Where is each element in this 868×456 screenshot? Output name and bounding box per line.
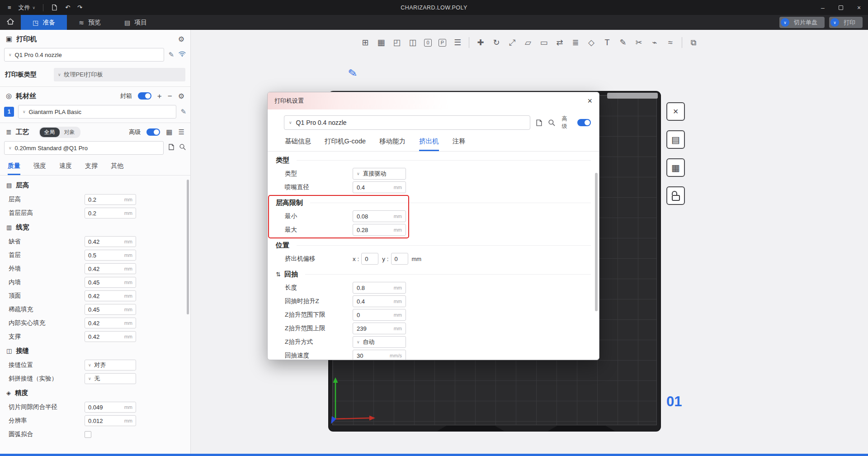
dialog-param-input[interactable]: 0.4mm xyxy=(353,181,406,193)
dialog-param-input[interactable]: 0.8mm xyxy=(353,282,406,294)
param-input[interactable]: 0.049mm xyxy=(85,402,136,413)
param-input[interactable]: 0.42mm xyxy=(85,236,136,247)
process-tab[interactable]: 其他 xyxy=(111,162,123,175)
param-input[interactable]: 0.45mm xyxy=(85,277,136,288)
scope-pill[interactable]: 全局 xyxy=(40,128,60,137)
fuzzy-skin-icon[interactable]: ≈ xyxy=(666,38,675,48)
param-input[interactable]: 0.42mm xyxy=(85,263,136,274)
scope-pill[interactable]: 对象 xyxy=(60,128,80,137)
dialog-param-input[interactable]: 0mm xyxy=(353,309,406,321)
param-input[interactable]: 0.012mm xyxy=(85,415,136,426)
wifi-icon[interactable] xyxy=(178,51,186,59)
filament-slot-badge[interactable]: 1 xyxy=(4,107,14,117)
measure-icon[interactable]: ⌁ xyxy=(650,38,659,48)
file-menu[interactable]: 文件 ∨ xyxy=(15,0,39,15)
printer-preset-select[interactable]: ∨ Q1 Pro 0.4 nozzle xyxy=(4,48,164,62)
printer-settings-gear-icon[interactable]: ⚙ xyxy=(178,35,184,43)
process-tab[interactable]: 强度 xyxy=(33,162,46,175)
param-select[interactable]: ∨无 xyxy=(85,373,136,384)
slice-dropdown-chevron-icon[interactable]: ∨ xyxy=(781,18,789,27)
remove-filament-button[interactable]: − xyxy=(168,92,172,100)
mirror-icon[interactable]: ⇄ xyxy=(555,38,564,48)
text-icon[interactable]: T xyxy=(603,38,612,48)
home-button[interactable] xyxy=(0,15,21,30)
add-model-icon[interactable]: ⊞ xyxy=(361,38,370,48)
sidebar-scrollbar[interactable] xyxy=(187,180,189,314)
lay-flat-icon[interactable]: ▱ xyxy=(524,38,533,48)
search-icon[interactable] xyxy=(548,119,556,127)
tab-preview[interactable]: ≋预览 xyxy=(67,15,113,30)
param-input[interactable]: 0.42mm xyxy=(85,318,136,328)
dialog-param-input[interactable]: 0.4mm xyxy=(353,295,406,307)
export-project-icon[interactable] xyxy=(48,0,61,15)
save-preset-icon[interactable] xyxy=(535,119,543,127)
param-input[interactable]: 0.45mm xyxy=(85,304,136,315)
delete-plate-button[interactable]: × xyxy=(666,102,685,121)
param-input[interactable]: 0.2mm xyxy=(85,194,136,205)
maximize-button[interactable] xyxy=(832,0,850,15)
param-input[interactable]: 0.42mm xyxy=(85,290,136,301)
y-offset-input[interactable]: 0 xyxy=(391,253,408,265)
filament-settings-gear-icon[interactable]: ⚙ xyxy=(178,92,184,100)
redo-icon[interactable]: ↷ xyxy=(74,0,85,15)
process-preset-select[interactable]: ∨ 0.20mm Standard @Q1 Pro xyxy=(4,141,164,155)
process-tab[interactable]: 支撑 xyxy=(85,162,98,175)
auto-arrange-icon[interactable]: ◰ xyxy=(392,38,401,48)
rename-plate-icon[interactable]: ✎ xyxy=(348,68,357,79)
dialog-tab[interactable]: 打印机G-code xyxy=(325,137,366,151)
dialog-scrollbar[interactable] xyxy=(595,173,598,311)
lock-plate-button[interactable] xyxy=(666,186,685,205)
checkbox[interactable] xyxy=(85,431,91,438)
add-filament-button[interactable]: + xyxy=(157,92,162,100)
param-input[interactable]: 0.5mm xyxy=(85,250,136,261)
dialog-param-input[interactable]: 0.08mm xyxy=(353,210,406,222)
dialog-printer-preset-select[interactable]: ∨ Q1 Pro 0.4 nozzle xyxy=(284,115,530,130)
dialog-tab[interactable]: 移动能力 xyxy=(379,137,406,151)
search-params-icon[interactable] xyxy=(179,143,186,152)
parameter-list[interactable]: ▤层高层高0.2mm首层层高0.2mm▥线宽缺省0.42mm首层0.5mm外墙0… xyxy=(0,176,190,454)
object-list-icon[interactable]: ☰ xyxy=(453,38,462,48)
dialog-tab[interactable]: 挤出机 xyxy=(419,137,439,151)
plate-type-select[interactable]: ∨ 纹理PEI打印板 xyxy=(54,68,185,81)
dialog-advanced-toggle[interactable] xyxy=(577,119,591,126)
minimize-button[interactable]: – xyxy=(814,0,832,15)
print-button[interactable]: ∨ 打印 xyxy=(829,17,863,28)
plate-settings-button[interactable]: ▦ xyxy=(666,158,685,177)
edit-printer-icon[interactable]: ✎ xyxy=(168,51,174,59)
dialog-param-input[interactable]: 30mm/s xyxy=(353,350,406,360)
param-table-icon[interactable]: ▦ xyxy=(166,128,172,136)
variable-layer-icon[interactable]: ≣ xyxy=(571,38,580,48)
edit-filament-icon[interactable]: ✎ xyxy=(180,108,186,116)
print-dropdown-chevron-icon[interactable]: ∨ xyxy=(830,18,839,27)
support-paint-icon[interactable]: ✂ xyxy=(634,38,643,48)
assembly-view-icon[interactable]: ⧉ xyxy=(689,38,698,48)
move-icon[interactable]: ✚ xyxy=(476,38,485,48)
add-plate-icon[interactable]: ▦ xyxy=(377,38,386,48)
x-offset-input[interactable]: 0 xyxy=(361,253,378,265)
hamburger-menu-icon[interactable]: ≡ xyxy=(5,0,14,15)
box-toggle[interactable] xyxy=(138,92,151,100)
label-0-icon[interactable]: 0 xyxy=(424,39,432,47)
dialog-param-select[interactable]: ∨自动 xyxy=(353,336,406,348)
param-list-icon[interactable]: ☰ xyxy=(179,128,184,136)
auto-orient-button[interactable]: ▤ xyxy=(666,130,685,149)
dialog-param-input[interactable]: 0.28mm xyxy=(353,224,406,236)
param-select[interactable]: ∨对齐 xyxy=(85,360,136,370)
process-tab[interactable]: 速度 xyxy=(59,162,72,175)
param-input[interactable]: 0.2mm xyxy=(85,208,136,218)
seam-paint-icon[interactable]: ✎ xyxy=(618,38,627,48)
tab-prepare[interactable]: ◳准备 xyxy=(21,15,67,30)
dialog-close-button[interactable]: × xyxy=(587,97,592,105)
scale-icon[interactable]: ⤢ xyxy=(508,38,517,48)
mesh-boolean-icon[interactable]: ◇ xyxy=(587,38,596,48)
dialog-param-input[interactable]: 239mm xyxy=(353,323,406,334)
advanced-toggle[interactable] xyxy=(146,128,160,136)
dialog-tab[interactable]: 注释 xyxy=(453,137,466,151)
close-button[interactable]: × xyxy=(850,0,868,15)
rotate-icon[interactable]: ↻ xyxy=(492,38,501,48)
process-tab[interactable]: 质量 xyxy=(8,162,20,175)
param-input[interactable]: 0.42mm xyxy=(85,331,136,342)
cut-icon[interactable]: ▭ xyxy=(539,38,548,48)
undo-icon[interactable]: ↶ xyxy=(62,0,73,15)
scope-switch[interactable]: 全局对象 xyxy=(39,127,80,138)
